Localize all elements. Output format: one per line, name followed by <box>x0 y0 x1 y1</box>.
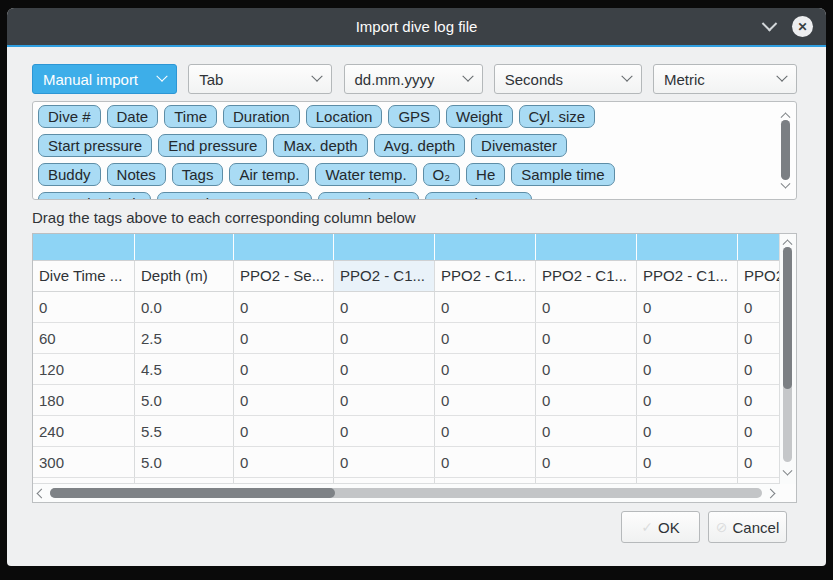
column-header[interactable]: Dive Time ... <box>33 261 135 291</box>
table-cell[interactable]: 0 <box>435 354 536 384</box>
column-header[interactable]: PPO2 <box>738 261 779 291</box>
scroll-down-icon[interactable] <box>783 466 793 476</box>
tag-date[interactable]: Date <box>107 105 159 128</box>
table-cell[interactable]: 0 <box>637 416 738 446</box>
drop-target-cell[interactable] <box>738 234 779 260</box>
column-header[interactable]: PPO2 - C1... <box>435 261 536 291</box>
tag-gps[interactable]: GPS <box>388 105 440 128</box>
tag-sample-temperature[interactable]: Sample temperature <box>157 192 313 200</box>
close-button[interactable]: ✕ <box>792 16 813 37</box>
scrollbar-thumb[interactable] <box>781 120 790 180</box>
table-horizontal-scrollbar[interactable] <box>33 483 779 502</box>
table-cell[interactable]: 0 <box>334 447 435 477</box>
tag-dive-[interactable]: Dive # <box>38 105 101 128</box>
tag-max-depth[interactable]: Max. depth <box>273 134 367 157</box>
tag-duration[interactable]: Duration <box>223 105 300 128</box>
table-cell[interactable]: 0 <box>738 385 779 415</box>
ok-button[interactable]: ✓ OK <box>621 511 700 543</box>
drop-target-cell[interactable] <box>135 234 234 260</box>
table-cell[interactable]: 240 <box>33 416 135 446</box>
tag-time[interactable]: Time <box>164 105 217 128</box>
table-vertical-scrollbar[interactable] <box>779 234 796 484</box>
tag-water-temp-[interactable]: Water temp. <box>315 163 416 186</box>
table-cell[interactable]: 0 <box>536 447 637 477</box>
drop-target-cell[interactable] <box>637 234 738 260</box>
table-cell[interactable]: 0 <box>637 292 738 322</box>
table-cell[interactable]: 5.0 <box>135 385 234 415</box>
table-cell[interactable]: 180 <box>33 385 135 415</box>
tag-air-temp-[interactable]: Air temp. <box>229 163 309 186</box>
tag-o-[interactable]: O₂ <box>423 163 461 186</box>
duration-format-combo[interactable]: Seconds <box>494 64 642 94</box>
table-cell[interactable]: 0.0 <box>135 292 234 322</box>
column-header[interactable]: PPO2 - C1... <box>334 261 435 291</box>
tag-location[interactable]: Location <box>306 105 383 128</box>
tag-start-pressure[interactable]: Start pressure <box>38 134 152 157</box>
tag-divemaster[interactable]: Divemaster <box>471 134 567 157</box>
units-combo[interactable]: Metric <box>653 64 797 94</box>
tag-sample-cns[interactable]: Sample CNS <box>425 192 532 200</box>
field-separator-combo[interactable]: Tab <box>188 64 332 94</box>
table-cell[interactable]: 0 <box>435 292 536 322</box>
table-cell[interactable]: 0 <box>536 385 637 415</box>
tag-panel-scrollbar[interactable] <box>778 106 794 195</box>
drop-target-cell[interactable] <box>334 234 435 260</box>
drop-target-cell[interactable] <box>234 234 334 260</box>
table-cell[interactable]: 0 <box>234 323 334 353</box>
table-cell[interactable]: 0 <box>234 292 334 322</box>
table-cell[interactable]: 0 <box>637 385 738 415</box>
tag-sample-depth[interactable]: Sample depth <box>38 192 151 200</box>
table-cell[interactable]: 5.5 <box>135 416 234 446</box>
cancel-button[interactable]: ⊘ Cancel <box>708 511 787 543</box>
table-cell[interactable]: 0 <box>435 385 536 415</box>
import-type-combo[interactable]: Manual import <box>32 64 177 94</box>
table-cell[interactable]: 0 <box>435 447 536 477</box>
scroll-left-icon[interactable] <box>37 488 47 498</box>
table-cell[interactable]: 0 <box>637 447 738 477</box>
tag-notes[interactable]: Notes <box>107 163 166 186</box>
table-cell[interactable]: 2.5 <box>135 323 234 353</box>
tag-tags[interactable]: Tags <box>172 163 224 186</box>
table-cell[interactable]: 0 <box>435 323 536 353</box>
table-cell[interactable]: 120 <box>33 354 135 384</box>
table-cell[interactable]: 0 <box>738 416 779 446</box>
table-cell[interactable]: 0 <box>334 385 435 415</box>
table-cell[interactable]: 0 <box>234 447 334 477</box>
table-cell[interactable]: 0 <box>435 416 536 446</box>
tag-cyl-size[interactable]: Cyl. size <box>519 105 596 128</box>
table-cell[interactable]: 0 <box>234 385 334 415</box>
drop-target-cell[interactable] <box>33 234 135 260</box>
table-cell[interactable]: 0 <box>637 323 738 353</box>
scrollbar-thumb[interactable] <box>50 488 335 498</box>
table-cell[interactable]: 0 <box>536 416 637 446</box>
tag-sample-po-[interactable]: Sample pO₂ <box>318 192 419 200</box>
scroll-down-icon[interactable] <box>781 179 791 189</box>
table-cell[interactable]: 0 <box>637 354 738 384</box>
table-cell[interactable]: 0 <box>234 354 334 384</box>
tag-avg-depth[interactable]: Avg. depth <box>374 134 465 157</box>
table-cell[interactable]: 5.0 <box>135 447 234 477</box>
column-header[interactable]: PPO2 - Se... <box>234 261 334 291</box>
drop-target-cell[interactable] <box>536 234 637 260</box>
column-header[interactable]: Depth (m) <box>135 261 234 291</box>
table-cell[interactable]: 0 <box>738 447 779 477</box>
table-cell[interactable]: 0 <box>334 323 435 353</box>
table-cell[interactable]: 0 <box>536 292 637 322</box>
table-cell[interactable]: 0 <box>738 323 779 353</box>
drop-target-cell[interactable] <box>435 234 536 260</box>
tag-buddy[interactable]: Buddy <box>38 163 101 186</box>
table-cell[interactable]: 0 <box>334 292 435 322</box>
table-cell[interactable]: 0 <box>738 354 779 384</box>
table-cell[interactable]: 0 <box>536 354 637 384</box>
tag-weight[interactable]: Weight <box>446 105 512 128</box>
tag-end-pressure[interactable]: End pressure <box>158 134 267 157</box>
table-cell[interactable]: 0 <box>334 354 435 384</box>
table-cell[interactable]: 0 <box>33 292 135 322</box>
table-cell[interactable]: 4.5 <box>135 354 234 384</box>
table-cell[interactable]: 0 <box>536 323 637 353</box>
column-header[interactable]: PPO2 - C1... <box>536 261 637 291</box>
column-header[interactable]: PPO2 - C1... <box>637 261 738 291</box>
table-cell[interactable]: 0 <box>738 292 779 322</box>
tag-he[interactable]: He <box>466 163 505 186</box>
date-format-combo[interactable]: dd.mm.yyyy <box>344 64 483 94</box>
